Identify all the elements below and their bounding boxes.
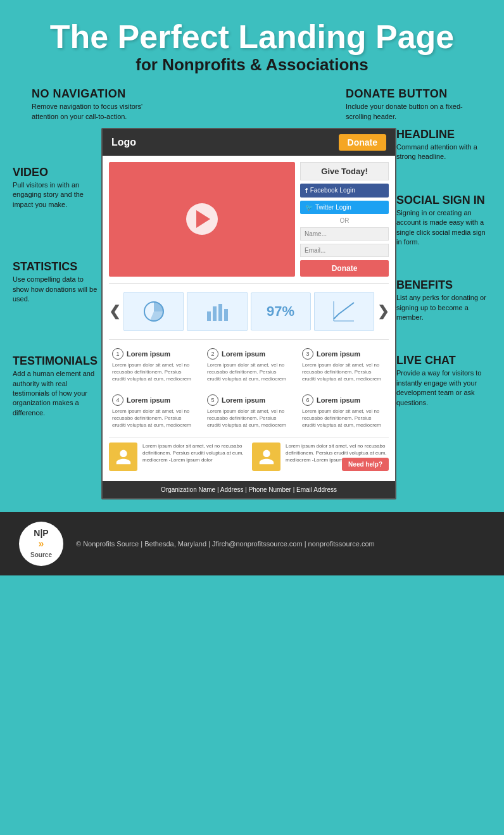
subtitle: for Nonprofits & Associations xyxy=(13,55,491,75)
footer-copyright: © Nonprofits Source | Bethesda, Maryland… xyxy=(76,540,375,548)
statistics-title: STATISTICS xyxy=(13,260,101,273)
divider-1 xyxy=(109,283,389,284)
statistics-label: STATISTICS Use compelling data to show h… xyxy=(13,260,101,304)
source-text: Source xyxy=(30,551,52,558)
pie-chart-svg xyxy=(141,299,167,324)
stats-row: ❮ xyxy=(109,289,389,334)
benefit-2: 2 Lorem ipsum Lorem ipsum dolor sit amet… xyxy=(204,345,294,386)
prev-arrow[interactable]: ❮ xyxy=(109,303,120,320)
benefit-4-text: Lorem ipsum dolor sit amet, vel no recus… xyxy=(112,408,196,429)
headline-title: HEADLINE xyxy=(396,128,491,141)
social-signin-title: SOCIAL SIGN IN xyxy=(396,194,491,207)
twitter-label: Twitter Login xyxy=(315,204,351,211)
svg-rect-1 xyxy=(207,311,211,321)
website-mockup: Logo Donate Give Today! f Facebook Login xyxy=(101,128,396,499)
testimonial-1-text: Lorem ipsum dolor sit amet, vel no recus… xyxy=(142,443,246,464)
donate-form: Give Today! f Facebook Login 🐦 Twitter L… xyxy=(300,162,389,277)
testimonials-row: Lorem ipsum dolor sit amet, vel no recus… xyxy=(109,443,389,471)
testimonials-title: TESTIMONIALS xyxy=(13,355,101,368)
np-source-logo: N|P » Source xyxy=(19,522,63,566)
next-arrow[interactable]: ❯ xyxy=(377,303,389,320)
benefit-5: 5 Lorem ipsum Lorem ipsum dolor sit amet… xyxy=(204,391,294,432)
stat-bar-chart xyxy=(187,292,247,331)
testimonials-desc: Add a human element and authority with r… xyxy=(13,369,101,418)
video-form-row: Give Today! f Facebook Login 🐦 Twitter L… xyxy=(109,162,389,277)
mockup-body: Give Today! f Facebook Login 🐦 Twitter L… xyxy=(103,156,395,481)
left-labels: VIDEO Pull visitors in with an engaging … xyxy=(13,128,101,499)
give-today-headline: Give Today! xyxy=(300,162,389,180)
need-help-button[interactable]: Need help? xyxy=(342,458,389,471)
main-title: The Perfect Landing Page xyxy=(13,19,491,55)
benefit-6-header: 6 Lorem ipsum xyxy=(302,394,386,406)
mockup-footer: Organization Name | Address | Phone Numb… xyxy=(103,481,395,498)
facebook-icon: f xyxy=(305,187,308,194)
benefit-5-title: Lorem ipsum xyxy=(222,396,265,404)
donate-btn-title: DONATE BUTTON xyxy=(346,87,472,101)
benefit-3: 3 Lorem ipsum Lorem ipsum dolor sit amet… xyxy=(299,345,389,386)
testimonial-1: Lorem ipsum dolor sit amet, vel no recus… xyxy=(109,443,246,471)
no-nav-desc: Remove navigation to focus visitors' att… xyxy=(32,102,158,122)
divider-3 xyxy=(109,437,389,437)
benefit-1-num: 1 xyxy=(112,348,123,360)
testimonial-1-avatar xyxy=(109,443,137,471)
benefit-2-header: 2 Lorem ipsum xyxy=(207,348,291,360)
benefit-3-header: 3 Lorem ipsum xyxy=(302,348,386,360)
page-footer: N|P » Source © Nonprofits Source | Bethe… xyxy=(0,512,504,575)
or-divider: OR xyxy=(300,217,389,224)
headline-label: HEADLINE Command attention with a strong… xyxy=(396,128,491,162)
stat-percent: 97% xyxy=(251,292,311,330)
email-input[interactable] xyxy=(300,244,389,257)
testimonial-2-avatar xyxy=(252,443,280,471)
benefit-1-text: Lorem ipsum dolor sit amet, vel no recus… xyxy=(112,361,196,383)
social-signin-label: SOCIAL SIGN IN Signing in or creating an… xyxy=(396,194,491,248)
np-letters: N|P xyxy=(34,528,48,538)
right-labels: HEADLINE Command attention with a strong… xyxy=(396,128,491,499)
percent-value: 97% xyxy=(267,303,294,320)
benefit-5-text: Lorem ipsum dolor sit amet, vel no recus… xyxy=(207,408,291,429)
live-chat-title: LIVE CHAT xyxy=(396,354,491,367)
play-button[interactable] xyxy=(186,203,218,235)
play-icon xyxy=(196,210,210,228)
name-input[interactable] xyxy=(300,227,389,241)
donate-btn-desc: Include your donate button on a fixed-sc… xyxy=(346,102,472,122)
benefit-4-num: 4 xyxy=(112,394,123,406)
donate-btn-label: DONATE BUTTON Include your donate button… xyxy=(346,87,472,122)
benefit-4-header: 4 Lorem ipsum xyxy=(112,394,196,406)
mockup-header: Logo Donate xyxy=(103,129,395,156)
benefit-1-header: 1 Lorem ipsum xyxy=(112,348,196,360)
video-desc: Pull visitors in with an engaging story … xyxy=(13,180,101,210)
line-chart-svg xyxy=(331,299,356,324)
mockup-section: VIDEO Pull visitors in with an engaging … xyxy=(0,128,504,499)
np-arrows: » xyxy=(39,538,44,549)
benefit-3-title: Lorem ipsum xyxy=(317,350,360,358)
divider-2 xyxy=(109,339,389,340)
benefit-2-num: 2 xyxy=(207,348,218,360)
benefit-2-text: Lorem ipsum dolor sit amet, vel no recus… xyxy=(207,361,291,383)
benefit-3-num: 3 xyxy=(302,348,313,360)
twitter-icon: 🐦 xyxy=(305,204,313,211)
benefit-6-text: Lorem ipsum dolor sit amet, vel no recus… xyxy=(302,408,386,429)
no-nav-title: NO NAVIGATION xyxy=(32,87,158,101)
twitter-login-button[interactable]: 🐦 Twitter Login xyxy=(300,201,389,214)
svg-rect-3 xyxy=(218,304,222,321)
svg-rect-2 xyxy=(213,306,217,321)
benefits-desc: List any perks for donating or signing u… xyxy=(396,293,491,322)
page-header: The Perfect Landing Page for Nonprofits … xyxy=(0,0,504,87)
benefit-3-text: Lorem ipsum dolor sit amet, vel no recus… xyxy=(302,361,386,383)
statistics-desc: Use compelling data to show how donation… xyxy=(13,275,101,304)
form-donate-button[interactable]: Donate xyxy=(300,260,389,277)
testimonials-label: TESTIMONIALS Add a human element and aut… xyxy=(13,355,101,418)
mockup-donate-button[interactable]: Donate xyxy=(339,134,386,151)
benefit-5-num: 5 xyxy=(207,394,218,406)
avatar-2-icon xyxy=(258,448,275,466)
benefit-5-header: 5 Lorem ipsum xyxy=(207,394,291,406)
stat-line-chart xyxy=(314,292,374,331)
benefit-6-num: 6 xyxy=(302,394,313,406)
video-title: VIDEO xyxy=(13,166,101,179)
benefit-4: 4 Lorem ipsum Lorem ipsum dolor sit amet… xyxy=(109,391,199,432)
benefit-4-title: Lorem ipsum xyxy=(127,396,170,404)
benefits-label: BENEFITS List any perks for donating or … xyxy=(396,279,491,322)
facebook-login-button[interactable]: f Facebook Login xyxy=(300,184,389,198)
svg-rect-4 xyxy=(224,309,228,321)
live-chat-label: LIVE CHAT Provide a way for visitors to … xyxy=(396,354,491,408)
